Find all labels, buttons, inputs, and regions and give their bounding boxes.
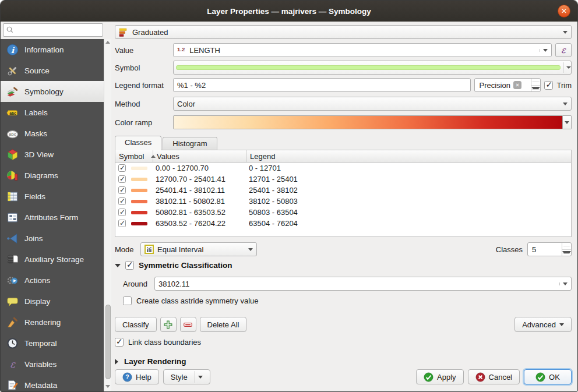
trim-checkbox[interactable] — [544, 81, 553, 90]
collapse-arrow-icon[interactable] — [115, 359, 118, 365]
column-header-values[interactable]: Values — [153, 150, 246, 162]
class-visibility-checkbox[interactable] — [118, 220, 126, 227]
sidebar-item-joins[interactable]: Joins — [1, 228, 104, 249]
symmetric-checkbox[interactable] — [125, 261, 134, 270]
classes-spin-arrows[interactable] — [562, 243, 571, 256]
add-class-button[interactable] — [160, 317, 177, 332]
around-combo[interactable]: 38102.11 — [154, 277, 572, 291]
sidebar-item-fields[interactable]: Fields — [1, 186, 104, 207]
precision-spinbox[interactable]: Precision ✕ — [474, 78, 541, 92]
scroll-up-icon[interactable] — [105, 41, 110, 45]
sidebar-item-rendering[interactable]: Rendering — [1, 312, 104, 333]
sidebar-item-3d-view[interactable]: 3D View — [1, 144, 104, 165]
masks-icon: abc — [6, 128, 19, 140]
titlebar: Layer Properties — majrivers — Symbology… — [1, 1, 577, 22]
sidebar-item-display[interactable]: Display — [1, 291, 104, 312]
style-button[interactable]: Style — [163, 369, 210, 384]
renderer-type-combo[interactable]: Graduated — [115, 25, 572, 39]
tab-histogram[interactable]: Histogram — [163, 137, 217, 150]
class-legend: 38102 - 50803 — [246, 197, 571, 206]
mode-combo[interactable]: Equal Interval — [140, 242, 257, 256]
class-values: 50802.81 - 63503.52 — [153, 208, 246, 217]
class-color-swatch[interactable] — [131, 222, 147, 225]
legend-format-value: %1 - %2 — [177, 81, 206, 90]
precision-spin-arrows[interactable] — [531, 79, 540, 91]
svg-text:?: ? — [125, 374, 129, 380]
expand-arrow-icon[interactable] — [115, 264, 121, 267]
sidebar-item-temporal[interactable]: Temporal — [1, 333, 104, 354]
expression-builder-button[interactable]: ε — [555, 43, 572, 57]
clear-icon[interactable]: ✕ — [513, 81, 521, 89]
sidebar-item-label: Diagrams — [24, 171, 58, 180]
sidebar-item-variables[interactable]: ε Variables — [1, 354, 104, 375]
class-visibility-checkbox[interactable] — [118, 197, 126, 205]
color-ramp-label: Color ramp — [115, 118, 173, 127]
svg-text:abc: abc — [9, 132, 16, 137]
delete-all-button[interactable]: Delete All — [200, 317, 247, 332]
class-color-swatch[interactable] — [131, 167, 147, 170]
color-ramp-dropdown[interactable] — [563, 115, 572, 129]
table-row[interactable]: 38102.11 - 50802.81 38102 - 50803 — [115, 196, 571, 207]
sidebar-item-information[interactable]: i Information — [1, 39, 104, 60]
column-header-symbol[interactable]: Symbol — [115, 150, 153, 162]
class-visibility-checkbox[interactable] — [118, 164, 126, 172]
class-visibility-checkbox[interactable] — [118, 209, 126, 216]
class-color-swatch[interactable] — [131, 178, 147, 181]
column-header-legend[interactable]: Legend — [246, 150, 571, 162]
help-button[interactable]: ? Help — [115, 369, 159, 384]
link-boundaries-checkbox[interactable] — [115, 338, 124, 347]
classes-count-spinbox[interactable]: 5 — [527, 242, 572, 256]
class-color-swatch[interactable] — [131, 211, 147, 214]
sidebar-item-actions[interactable]: Actions — [1, 270, 104, 291]
value-field-combo[interactable]: 1.2 LENGTH — [173, 43, 552, 57]
table-row[interactable]: 0.00 - 12700.70 0 - 12701 — [115, 163, 571, 174]
apply-check-icon — [424, 372, 434, 382]
close-icon[interactable]: ✕ — [558, 5, 570, 17]
sidebar-item-metadata[interactable]: Metadata — [1, 375, 104, 391]
symbol-selector[interactable] — [173, 61, 572, 75]
scroll-down-icon[interactable] — [105, 385, 110, 390]
chevron-down-icon — [563, 62, 571, 73]
legend-format-input[interactable]: %1 - %2 — [173, 78, 471, 92]
3d-view-icon — [6, 149, 19, 161]
auxiliary-storage-icon — [6, 253, 19, 266]
remove-class-button[interactable] — [180, 317, 196, 332]
apply-button[interactable]: Apply — [416, 369, 464, 384]
table-header: Symbol Values Legend — [115, 150, 571, 163]
method-combo[interactable]: Color — [173, 97, 572, 111]
class-visibility-checkbox[interactable] — [118, 175, 126, 183]
advanced-button[interactable]: Advanced — [514, 317, 572, 332]
trim-label: Trim — [556, 81, 572, 90]
table-row[interactable]: 63503.52 - 76204.22 63504 - 76204 — [115, 218, 571, 229]
table-row[interactable]: 50802.81 - 63503.52 50803 - 63504 — [115, 207, 571, 218]
color-ramp-gradient[interactable] — [173, 115, 563, 129]
tab-classes[interactable]: Classes — [115, 136, 161, 150]
class-visibility-checkbox[interactable] — [118, 186, 126, 194]
table-row[interactable]: 12700.70 - 25401.41 12701 - 25401 — [115, 174, 571, 185]
class-color-swatch[interactable] — [131, 200, 147, 203]
sidebar-item-diagrams[interactable]: Diagrams — [1, 165, 104, 186]
sidebar-item-attributes-form[interactable]: Attributes Form — [1, 207, 104, 228]
sidebar-item-label: Display — [24, 297, 50, 306]
sidebar-item-labels[interactable]: abc Labels — [1, 102, 104, 123]
scrollbar-thumb[interactable] — [105, 305, 111, 379]
sidebar-item-source[interactable]: Source — [1, 60, 104, 81]
search-input[interactable] — [3, 23, 103, 37]
sidebar-item-auxiliary-storage[interactable]: Auxiliary Storage — [1, 249, 104, 270]
variables-icon: ε — [6, 358, 19, 370]
svg-text:ε: ε — [10, 358, 16, 370]
cancel-button[interactable]: Cancel — [468, 369, 520, 384]
sidebar-scrollbar[interactable] — [104, 39, 111, 391]
ok-button[interactable]: OK — [524, 369, 572, 384]
sidebar-item-masks[interactable]: abc Masks — [1, 123, 104, 144]
information-icon: i — [6, 44, 19, 56]
astride-checkbox[interactable] — [123, 296, 132, 305]
ok-check-icon — [535, 372, 545, 382]
chevron-down-icon — [565, 121, 569, 124]
layer-rendering-title: Layer Rendering — [124, 357, 186, 366]
sidebar-item-symbology[interactable]: Symbology — [1, 81, 104, 102]
sidebar-item-label: Metadata — [24, 381, 57, 390]
class-color-swatch[interactable] — [131, 189, 147, 192]
table-row[interactable]: 25401.41 - 38102.11 25401 - 38102 — [115, 185, 571, 196]
classify-button[interactable]: Classify — [115, 317, 157, 332]
